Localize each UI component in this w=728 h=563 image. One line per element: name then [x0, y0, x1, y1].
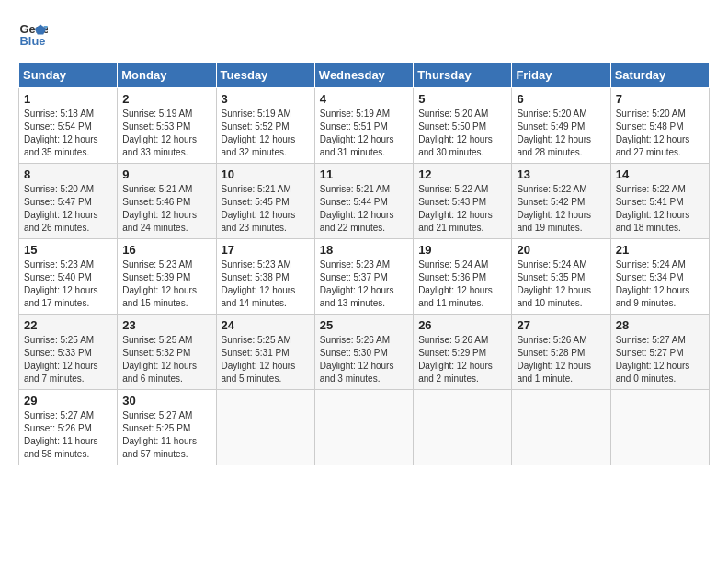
day-number: 1 [24, 92, 112, 106]
calendar-day-cell: 6 Sunrise: 5:20 AMSunset: 5:49 PMDayligh… [512, 88, 610, 164]
day-info: Sunrise: 5:22 AMSunset: 5:41 PMDaylight:… [616, 183, 704, 235]
day-info: Sunrise: 5:26 AMSunset: 5:28 PMDaylight:… [517, 334, 605, 385]
day-info: Sunrise: 5:23 AMSunset: 5:39 PMDaylight:… [122, 259, 210, 310]
calendar-day-cell: 12 Sunrise: 5:22 AMSunset: 5:43 PMDaylig… [414, 164, 512, 239]
day-number: 17 [222, 243, 310, 257]
calendar-day-cell: 3 Sunrise: 5:19 AMSunset: 5:52 PMDayligh… [216, 88, 314, 164]
day-number: 25 [320, 318, 408, 332]
weekday-header: Saturday [610, 63, 709, 88]
calendar-week-row: 15 Sunrise: 5:23 AMSunset: 5:40 PMDaylig… [19, 239, 710, 315]
calendar-day-cell: 25 Sunrise: 5:26 AMSunset: 5:30 PMDaylig… [314, 315, 413, 390]
day-info: Sunrise: 5:24 AMSunset: 5:34 PMDaylight:… [616, 259, 704, 310]
calendar-day-cell: 22 Sunrise: 5:25 AMSunset: 5:33 PMDaylig… [19, 315, 118, 390]
day-info: Sunrise: 5:21 AMSunset: 5:46 PMDaylight:… [122, 183, 210, 235]
day-number: 23 [122, 318, 210, 332]
weekday-header: Monday [118, 63, 216, 88]
calendar-day-cell [512, 390, 610, 465]
calendar-day-cell: 9 Sunrise: 5:21 AMSunset: 5:46 PMDayligh… [118, 164, 216, 239]
day-info: Sunrise: 5:21 AMSunset: 5:45 PMDaylight:… [222, 183, 310, 235]
day-number: 24 [222, 318, 310, 332]
day-number: 21 [616, 243, 704, 257]
day-info: Sunrise: 5:20 AMSunset: 5:48 PMDaylight:… [616, 108, 704, 159]
day-info: Sunrise: 5:27 AMSunset: 5:27 PMDaylight:… [616, 334, 704, 385]
calendar-day-cell: 20 Sunrise: 5:24 AMSunset: 5:35 PMDaylig… [512, 239, 610, 315]
calendar-week-row: 22 Sunrise: 5:25 AMSunset: 5:33 PMDaylig… [19, 315, 710, 390]
day-info: Sunrise: 5:19 AMSunset: 5:52 PMDaylight:… [222, 108, 310, 159]
calendar-day-cell: 16 Sunrise: 5:23 AMSunset: 5:39 PMDaylig… [118, 239, 216, 315]
calendar-day-cell: 23 Sunrise: 5:25 AMSunset: 5:32 PMDaylig… [118, 315, 216, 390]
calendar-day-cell: 18 Sunrise: 5:23 AMSunset: 5:37 PMDaylig… [314, 239, 413, 315]
day-info: Sunrise: 5:25 AMSunset: 5:32 PMDaylight:… [122, 334, 210, 385]
logo-icon: General Blue [18, 18, 48, 48]
logo: General Blue [18, 18, 51, 48]
day-number: 3 [222, 92, 310, 106]
day-info: Sunrise: 5:23 AMSunset: 5:37 PMDaylight:… [320, 259, 408, 310]
day-number: 15 [24, 243, 112, 257]
calendar-week-row: 29 Sunrise: 5:27 AMSunset: 5:26 PMDaylig… [19, 390, 710, 465]
day-number: 13 [517, 167, 605, 181]
svg-text:Blue: Blue [20, 34, 46, 48]
day-info: Sunrise: 5:23 AMSunset: 5:38 PMDaylight:… [222, 259, 310, 310]
weekday-header: Sunday [19, 63, 118, 88]
calendar-day-cell: 30 Sunrise: 5:27 AMSunset: 5:25 PMDaylig… [118, 390, 216, 465]
day-number: 14 [616, 167, 704, 181]
calendar-day-cell: 10 Sunrise: 5:21 AMSunset: 5:45 PMDaylig… [216, 164, 314, 239]
calendar-day-cell: 1 Sunrise: 5:18 AMSunset: 5:54 PMDayligh… [19, 88, 118, 164]
calendar-day-cell: 15 Sunrise: 5:23 AMSunset: 5:40 PMDaylig… [19, 239, 118, 315]
weekday-header: Wednesday [314, 63, 413, 88]
day-info: Sunrise: 5:19 AMSunset: 5:51 PMDaylight:… [320, 108, 408, 159]
day-number: 5 [418, 92, 506, 106]
calendar-day-cell: 27 Sunrise: 5:26 AMSunset: 5:28 PMDaylig… [512, 315, 610, 390]
calendar-day-cell: 24 Sunrise: 5:25 AMSunset: 5:31 PMDaylig… [216, 315, 314, 390]
day-number: 18 [320, 243, 408, 257]
calendar-day-cell: 28 Sunrise: 5:27 AMSunset: 5:27 PMDaylig… [610, 315, 709, 390]
day-number: 28 [616, 318, 704, 332]
day-info: Sunrise: 5:26 AMSunset: 5:29 PMDaylight:… [418, 334, 506, 385]
day-number: 2 [122, 92, 210, 106]
day-info: Sunrise: 5:26 AMSunset: 5:30 PMDaylight:… [320, 334, 408, 385]
day-number: 11 [320, 167, 408, 181]
day-number: 8 [24, 167, 112, 181]
calendar-week-row: 1 Sunrise: 5:18 AMSunset: 5:54 PMDayligh… [19, 88, 710, 164]
calendar-day-cell [414, 390, 512, 465]
day-number: 30 [122, 394, 210, 408]
day-info: Sunrise: 5:20 AMSunset: 5:50 PMDaylight:… [418, 108, 506, 159]
weekday-header-row: SundayMondayTuesdayWednesdayThursdayFrid… [19, 63, 710, 88]
day-info: Sunrise: 5:25 AMSunset: 5:33 PMDaylight:… [24, 334, 112, 385]
calendar-day-cell: 7 Sunrise: 5:20 AMSunset: 5:48 PMDayligh… [610, 88, 709, 164]
day-info: Sunrise: 5:20 AMSunset: 5:49 PMDaylight:… [517, 108, 605, 159]
day-number: 20 [517, 243, 605, 257]
day-number: 10 [222, 167, 310, 181]
day-info: Sunrise: 5:21 AMSunset: 5:44 PMDaylight:… [320, 183, 408, 235]
day-info: Sunrise: 5:25 AMSunset: 5:31 PMDaylight:… [222, 334, 310, 385]
calendar-day-cell [314, 390, 413, 465]
page-header: General Blue [18, 18, 710, 48]
calendar-week-row: 8 Sunrise: 5:20 AMSunset: 5:47 PMDayligh… [19, 164, 710, 239]
day-number: 22 [24, 318, 112, 332]
day-info: Sunrise: 5:27 AMSunset: 5:26 PMDaylight:… [24, 409, 112, 461]
calendar-day-cell: 14 Sunrise: 5:22 AMSunset: 5:41 PMDaylig… [610, 164, 709, 239]
calendar-day-cell: 5 Sunrise: 5:20 AMSunset: 5:50 PMDayligh… [414, 88, 512, 164]
calendar-day-cell: 11 Sunrise: 5:21 AMSunset: 5:44 PMDaylig… [314, 164, 413, 239]
calendar-day-cell: 26 Sunrise: 5:26 AMSunset: 5:29 PMDaylig… [414, 315, 512, 390]
calendar-day-cell: 17 Sunrise: 5:23 AMSunset: 5:38 PMDaylig… [216, 239, 314, 315]
day-number: 27 [517, 318, 605, 332]
calendar-day-cell [610, 390, 709, 465]
day-number: 19 [418, 243, 506, 257]
day-info: Sunrise: 5:27 AMSunset: 5:25 PMDaylight:… [122, 409, 210, 461]
day-info: Sunrise: 5:18 AMSunset: 5:54 PMDaylight:… [24, 108, 112, 159]
calendar-day-cell: 2 Sunrise: 5:19 AMSunset: 5:53 PMDayligh… [118, 88, 216, 164]
day-info: Sunrise: 5:22 AMSunset: 5:43 PMDaylight:… [418, 183, 506, 235]
calendar-day-cell: 4 Sunrise: 5:19 AMSunset: 5:51 PMDayligh… [314, 88, 413, 164]
day-number: 29 [24, 394, 112, 408]
calendar-day-cell: 8 Sunrise: 5:20 AMSunset: 5:47 PMDayligh… [19, 164, 118, 239]
calendar-day-cell: 21 Sunrise: 5:24 AMSunset: 5:34 PMDaylig… [610, 239, 709, 315]
day-info: Sunrise: 5:20 AMSunset: 5:47 PMDaylight:… [24, 183, 112, 235]
calendar: SundayMondayTuesdayWednesdayThursdayFrid… [18, 62, 710, 465]
calendar-day-cell: 29 Sunrise: 5:27 AMSunset: 5:26 PMDaylig… [19, 390, 118, 465]
weekday-header: Tuesday [216, 63, 314, 88]
day-number: 7 [616, 92, 704, 106]
day-number: 9 [122, 167, 210, 181]
calendar-day-cell: 19 Sunrise: 5:24 AMSunset: 5:36 PMDaylig… [414, 239, 512, 315]
weekday-header: Friday [512, 63, 610, 88]
